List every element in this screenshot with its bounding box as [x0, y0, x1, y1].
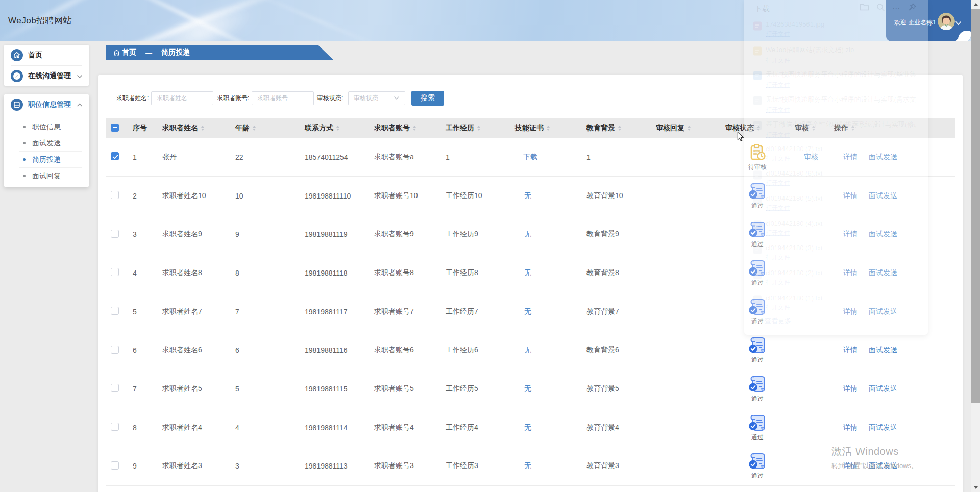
column-header[interactable]: 求职者账号: [369, 118, 440, 138]
cell-reply: [651, 331, 720, 370]
detail-link[interactable]: 详情: [843, 307, 857, 316]
cell-reply: [651, 138, 720, 177]
column-header[interactable]: 审核回复: [651, 118, 720, 138]
scroll-down-button[interactable]: [971, 483, 980, 492]
sidebar-subitem-0[interactable]: 职位信息: [4, 119, 89, 135]
row-checkbox[interactable]: [111, 346, 119, 354]
cell-phone: 18574011254: [300, 138, 369, 177]
column-header[interactable]: 联系方式: [300, 118, 369, 138]
sidebar-subitem-2[interactable]: 简历投递: [4, 152, 89, 167]
sidebar-subitem-1[interactable]: 面试发送: [4, 135, 89, 151]
cert-none-link[interactable]: 无: [524, 191, 531, 200]
status-passed-icon: [747, 452, 768, 471]
cell-name: 求职者姓名3: [157, 447, 230, 486]
sort-icon[interactable]: [477, 126, 480, 131]
send-interview-link[interactable]: 面试发送: [869, 268, 897, 278]
cert-none-link[interactable]: 无: [524, 423, 531, 431]
send-interview-link[interactable]: 面试发送: [869, 230, 897, 239]
column-header[interactable]: 年龄: [230, 118, 300, 138]
column-header-label: 教育背景: [586, 124, 615, 133]
send-interview-link[interactable]: 面试发送: [869, 384, 897, 393]
row-checkbox[interactable]: [111, 191, 119, 199]
send-interview-link[interactable]: 面试发送: [869, 153, 897, 162]
vertical-scrollbar[interactable]: [971, 0, 980, 492]
table-row: 3求职者姓名9919819881119求职者账号9工作经历9无教育背景9通过详情…: [106, 215, 955, 254]
detail-link[interactable]: 详情: [843, 230, 857, 239]
send-interview-link[interactable]: 面试发送: [869, 346, 897, 355]
user-chevron-down-icon[interactable]: [955, 19, 962, 27]
user-menu[interactable]: 欢迎 企业名称1: [886, 0, 971, 41]
cell-account: 求职者账号6: [369, 331, 440, 370]
sort-icon[interactable]: [547, 126, 550, 131]
send-interview-link[interactable]: 面试发送: [869, 423, 897, 432]
sort-icon[interactable]: [413, 126, 416, 131]
sort-icon[interactable]: [757, 126, 760, 131]
avatar[interactable]: [938, 13, 955, 30]
status-select-value: 审核状态: [354, 94, 378, 103]
detail-link[interactable]: 详情: [843, 346, 857, 355]
audit-link[interactable]: 审核: [804, 153, 818, 161]
cell-phone: 19819881119: [300, 215, 369, 254]
detail-link[interactable]: 详情: [843, 423, 857, 432]
row-checkbox[interactable]: [111, 423, 119, 431]
column-header[interactable]: 审核: [790, 118, 829, 138]
sidebar-item-job-management[interactable]: 职位信息管理: [4, 94, 89, 115]
scroll-up-button[interactable]: [971, 0, 980, 9]
sidebar-subitem-3[interactable]: 面试回复: [4, 168, 89, 184]
select-all-checkbox[interactable]: [111, 124, 119, 132]
detail-link[interactable]: 详情: [843, 191, 857, 201]
status-label: 通过: [751, 395, 764, 403]
top-header: [0, 0, 980, 41]
row-checkbox[interactable]: [111, 461, 119, 470]
column-header[interactable]: 操作: [829, 118, 955, 138]
scrollbar-thumb[interactable]: [971, 9, 980, 403]
cert-none-link[interactable]: 无: [524, 384, 531, 392]
cert-none-link[interactable]: 无: [524, 346, 531, 354]
sort-icon[interactable]: [336, 126, 339, 131]
breadcrumb-home[interactable]: 首页: [122, 48, 136, 57]
sort-icon[interactable]: [253, 126, 256, 131]
sort-icon[interactable]: [201, 126, 204, 131]
column-header-label: 工作经历: [446, 124, 474, 133]
cert-none-link[interactable]: 无: [524, 268, 531, 277]
status-select[interactable]: 审核状态: [348, 91, 405, 105]
row-checkbox[interactable]: [111, 230, 119, 238]
send-interview-link[interactable]: 面试发送: [869, 461, 897, 471]
send-interview-link[interactable]: 面试发送: [869, 191, 897, 201]
sidebar-item-communication[interactable]: 在线沟通管理: [4, 66, 89, 86]
detail-link[interactable]: 详情: [843, 461, 857, 471]
cell-index: 5: [128, 292, 157, 331]
column-header[interactable]: 工作经历: [440, 118, 510, 138]
send-interview-link[interactable]: 面试发送: [869, 307, 897, 316]
breadcrumb-current: 简历投递: [161, 48, 190, 57]
cert-none-link[interactable]: 无: [524, 307, 531, 315]
cert-download-link[interactable]: 下载: [523, 153, 537, 161]
column-header[interactable]: 求职者姓名: [157, 118, 230, 138]
detail-link[interactable]: 详情: [843, 153, 857, 162]
search-button[interactable]: 搜索: [411, 91, 444, 106]
sort-icon[interactable]: [812, 126, 815, 131]
row-checkbox[interactable]: [111, 152, 119, 160]
sort-icon[interactable]: [851, 126, 854, 131]
cell-age: 7: [230, 292, 300, 331]
column-header-label: 年龄: [235, 124, 250, 133]
sort-icon[interactable]: [618, 126, 621, 131]
detail-link[interactable]: 详情: [843, 268, 857, 278]
cert-none-link[interactable]: 无: [524, 461, 531, 470]
column-header[interactable]: 审核状态: [720, 118, 790, 138]
row-checkbox[interactable]: [111, 307, 119, 315]
sidebar-item-home[interactable]: 首页: [4, 45, 89, 65]
search-account-input[interactable]: [252, 91, 314, 105]
detail-link[interactable]: 详情: [843, 384, 857, 393]
status-passed-icon: [747, 298, 768, 317]
cell-age: 5: [230, 370, 300, 408]
row-checkbox[interactable]: [111, 268, 119, 276]
row-checkbox[interactable]: [111, 384, 119, 392]
cert-none-link[interactable]: 无: [524, 230, 531, 238]
column-header[interactable]: 教育背景: [581, 118, 651, 138]
column-header[interactable]: 技能证书: [510, 118, 581, 138]
sort-icon[interactable]: [688, 126, 691, 131]
search-name-input[interactable]: [151, 91, 213, 105]
cell-index: 6: [128, 331, 157, 370]
cell-name: 求职者姓名9: [157, 215, 230, 254]
